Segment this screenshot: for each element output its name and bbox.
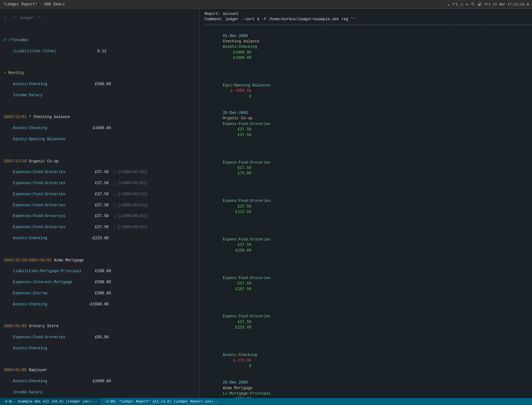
editor-line: Expenses:Food:Groceries £37.50 ; [=2004/… [2, 181, 197, 186]
editor-line: Liabilities:Mortgage:Principal £200.00 [2, 269, 197, 274]
statusbar-left-label: -U:@-- example.dat All (64,0) (Ledger ya… [3, 400, 97, 403]
reload-icon[interactable]: ↻ [461, 2, 463, 7]
window-title: *Ledger Report* - GNU Emacs [3, 2, 65, 7]
editor-line: Assets:Checking [2, 346, 197, 351]
editor-line [2, 104, 197, 109]
editor-line: Expenses:Escrow £300.00 [2, 291, 197, 296]
editor-line: 2004/01/02 Grocery Store [2, 324, 197, 329]
editor-pane[interactable]: ; -*- ledger -*- = /^Income/ (Liabilitie… [0, 9, 200, 398]
editor-line [2, 357, 197, 362]
report-row: Expens:Food:Groceries £37.50 £112.50 [202, 182, 529, 221]
email-icon[interactable]: ✉ [466, 2, 468, 6]
report-row: Equi:Opening Balances £-1000.00 0 [202, 66, 529, 105]
statusbar-right-label: -U:@%- *Ledger Report* All (4,0) (Ledger… [104, 400, 219, 403]
editor-line: ~ Monthly [2, 71, 197, 76]
titlebar: *Ledger Report* - GNU Emacs ☁ 7°C ↻ ✉ 🔌 … [0, 0, 532, 9]
statusbar-left: -U:@-- example.dat All (64,0) (Ledger ya… [0, 398, 101, 405]
statusbar: -U:@-- example.dat All (64,0) (Ledger ya… [0, 398, 532, 405]
temperature: 7°C [452, 3, 458, 6]
report-row: Expens:Food:Groceries £37.50 £187.50 [202, 259, 529, 298]
editor-line: Assets:Checking £1000.00 [2, 126, 197, 131]
network-icon: 🔌 [471, 2, 475, 6]
editor-line: = /^Income/ [2, 38, 197, 43]
titlebar-right: ☁ 7°C ↻ ✉ 🔌 🔊 Fri 15 Mar 17:11:19 ⚙ [447, 2, 529, 7]
editor-line [2, 148, 197, 153]
statusbar-right: -U:@%- *Ledger Report* All (4,0) (Ledger… [101, 398, 532, 405]
report-row: 28-Dec-2003 Acme Mortgage Li:Mortgage:Pr… [202, 375, 529, 398]
main-area: ; -*- ledger -*- = /^Income/ (Liabilitie… [0, 9, 532, 398]
report-row: Assets:Checking £-225.00 0 [202, 336, 529, 375]
report-row: Expens:Food:Groceries £37.50 £150.00 [202, 221, 529, 259]
report-separator: ========================================… [202, 22, 529, 28]
editor-line [2, 27, 197, 32]
report-header-report: Report: account [202, 11, 529, 17]
editor-line: Expenses:Food:Groceries £37.50 ; [=2004/… [2, 170, 197, 175]
editor-line: Income:Salary [2, 390, 197, 395]
editor-line: Expenses:Food:Groceries £37.50 ; [=2004/… [2, 203, 197, 208]
report-row: Expens:Food:Groceries £37.50 £225.00 [202, 297, 529, 336]
editor-line: Assets:Checking -£225.00 [2, 236, 197, 241]
editor-line: 2003/12/28=2004/01/01 Acme Mortgage [2, 258, 197, 263]
editor-line: Expenses:Food:Groceries £65.00 [2, 335, 197, 340]
weather-icon: ☁ [447, 2, 449, 6]
editor-line: Expenses:Food:Groceries £37.50 ; [=2004/… [2, 225, 197, 230]
editor-line: 2004/01/05 Employer [2, 368, 197, 373]
settings-icon[interactable]: ⚙ [527, 2, 529, 6]
editor-line: Equity:Opening Balances [2, 137, 197, 142]
editor-line [2, 247, 197, 252]
editor-line: ; -*- ledger -*- [2, 16, 197, 21]
datetime: Fri 15 Mar 17:11:19 [484, 3, 524, 6]
editor-line: (Liabilities:Tithe) 0.12 [2, 49, 197, 54]
editor-line: Expenses:Food:Groceries £37.50 ; [=2004/… [2, 192, 197, 197]
editor-line: 2003/12/20 Organic Co-op [2, 159, 197, 164]
report-row: 20-Dec-2003 Organic Co-op Expens:Food:Gr… [202, 105, 529, 144]
editor-line [2, 313, 197, 318]
editor-line: Assets:Checking £500.00 [2, 82, 197, 87]
report-pane[interactable]: Report: account Command: ledger --sort d… [200, 9, 532, 398]
volume-icon[interactable]: 🔊 [478, 2, 482, 6]
report-content: Report: account Command: ledger --sort d… [200, 10, 532, 398]
editor-line: 2003/12/01 * Checking balance [2, 115, 197, 120]
editor-line [2, 60, 197, 65]
editor-line: Assets:Checking -£1000.00 [2, 302, 197, 307]
editor-line: Expenses:Food:Groceries £37.50 ; [=2004/… [2, 214, 197, 219]
report-row: Expens:Food:Groceries £37.50 £75.00 [202, 143, 529, 182]
editor-content: ; -*- ledger -*- = /^Income/ (Liabilitie… [0, 10, 199, 398]
editor-line: Income:Salary [2, 93, 197, 98]
editor-line: Expenses:Interest:Mortgage £500.00 [2, 280, 197, 285]
report-header-command: Command: ledger --sort d -f /home/borbus… [202, 17, 529, 22]
editor-line: Assets:Checking £2000.00 [2, 379, 197, 384]
report-row: 01-Dec-2003 Checking balance Assets:Chec… [202, 28, 529, 66]
